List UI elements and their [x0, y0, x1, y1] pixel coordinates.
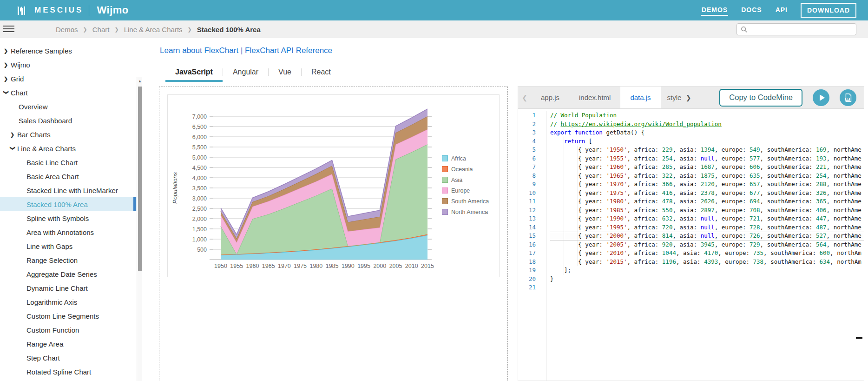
legend-swatch [442, 177, 448, 183]
sidebar-item-basic-line-chart[interactable]: Basic Line Chart [0, 155, 142, 169]
sidebar-item-chart[interactable]: ❯Chart [0, 86, 142, 100]
code-line-3: export function getData() { [550, 128, 864, 137]
sidebar-item-reference-samples[interactable]: ❯Reference Samples [0, 44, 142, 58]
top-nav-api[interactable]: API [775, 5, 788, 16]
flexchart-api-reference-link[interactable]: FlexChart API Reference [245, 46, 332, 55]
sidebar-item-stacked-line-with-linemarker[interactable]: Stacked Line with LineMarker [0, 183, 142, 197]
search-icon [741, 26, 748, 33]
hamburger-menu-icon[interactable] [3, 26, 14, 33]
code-line-8: { year: '1965', africa: 322, asia: 1875,… [550, 172, 864, 180]
sidebar-item-stacked-100-area[interactable]: Stacked 100% Area [0, 197, 142, 211]
search-box[interactable] [736, 23, 856, 35]
brand-name: MESCIUS [34, 6, 83, 15]
code-line-19: ]; [550, 266, 864, 275]
site-header: MESCIUS Wijmo DEMOSDOCSAPIDOWNLOAD [0, 0, 868, 20]
run-button[interactable] [813, 89, 829, 106]
play-icon [820, 94, 825, 101]
sidebar-scrollbar-thumb[interactable] [138, 87, 142, 271]
sidebar-item-step-chart[interactable]: Step Chart [0, 351, 142, 365]
sidebar-item-rotated-spline-chart[interactable]: Rotated Spline Chart [0, 365, 142, 379]
chevron-down-icon[interactable]: ❯ [10, 146, 16, 151]
code-line-15: { year: '2000', africa: 814, asia: null,… [550, 232, 864, 241]
code-editor[interactable]: 123456789101112131415161718192021 // Wor… [518, 109, 864, 381]
top-nav-docs[interactable]: DOCS [741, 5, 762, 16]
svg-text:1975: 1975 [294, 263, 307, 269]
tab-react[interactable]: React [302, 64, 341, 82]
sidebar-item-spline-with-symbols[interactable]: Spline with Symbols [0, 211, 142, 225]
top-nav-demos[interactable]: DEMOS [701, 5, 728, 16]
breadcrumb-demos[interactable]: Demos [56, 26, 78, 33]
sidebar-item-bar-charts[interactable]: ❯Bar Charts [0, 127, 142, 141]
sidebar-item-logarithmic-axis[interactable]: Logarithmic Axis [0, 295, 142, 309]
sidebar-item-basic-area-chart[interactable]: Basic Area Chart [0, 169, 142, 183]
breadcrumb-chevron-icon: ❯ [188, 27, 192, 33]
line-number: 4 [518, 137, 546, 146]
sidebar-item-custom-function[interactable]: Custom Function [0, 323, 142, 337]
code-tab-index-html[interactable]: index.html [569, 87, 620, 108]
code-line-4: return [ [550, 137, 864, 146]
code-tab-style[interactable]: style [661, 87, 682, 108]
svg-text:3,000: 3,000 [192, 195, 207, 202]
legend-item-south-america: South America [442, 198, 489, 204]
sidebar-item-custom-line-segments[interactable]: Custom Line Segments [0, 309, 142, 323]
svg-text:1990: 1990 [342, 263, 355, 269]
svg-text:7,000: 7,000 [192, 114, 207, 120]
tab-vue[interactable]: Vue [269, 64, 301, 82]
sidebar-item-range-area[interactable]: Range Area [0, 337, 142, 351]
svg-text:4,500: 4,500 [192, 165, 207, 171]
copy-to-codemine-button[interactable]: Copy to CodeMine [719, 89, 802, 107]
chevron-right-icon[interactable]: ❯ [4, 48, 11, 54]
svg-text:2,000: 2,000 [192, 216, 207, 222]
sidebar-item-line-area-charts[interactable]: ❯Line & Area Charts [0, 141, 142, 155]
line-number-gutter: 123456789101112131415161718192021 [518, 111, 546, 381]
tabs-scroll-right-icon[interactable]: ❯ [682, 87, 695, 108]
code-line-13: { year: '1990', africa: 632, asia: null,… [550, 214, 864, 223]
sidebar-item-line-with-gaps[interactable]: Line with Gaps [0, 239, 142, 253]
code-line-20: } [550, 275, 864, 284]
svg-text:500: 500 [197, 247, 207, 253]
sidebar-item-sales-dashboard[interactable]: Sales Dashboard [0, 114, 142, 127]
chevron-down-icon[interactable]: ❯ [3, 90, 9, 95]
breadcrumb-line-area-charts[interactable]: Line & Area Charts [124, 26, 183, 33]
sidebar-item-label: Dynamic Line Chart [26, 284, 88, 292]
chevron-right-icon[interactable]: ❯ [4, 62, 11, 68]
selected-accent-bar [133, 197, 136, 211]
learn-about-flexchart-link[interactable]: Learn about FlexChart [160, 46, 238, 55]
tab-angular[interactable]: Angular [223, 64, 268, 82]
scroll-up-arrow-icon[interactable]: ▲ [138, 79, 142, 83]
chevron-right-icon[interactable]: ❯ [4, 76, 11, 82]
sidebar-item-wijmo[interactable]: ❯Wijmo [0, 58, 142, 72]
line-number: 3 [518, 128, 546, 137]
sidebar-item-range-selection[interactable]: Range Selection [0, 253, 142, 267]
sidebar-scrollbar[interactable]: ▲ [137, 77, 142, 381]
logo[interactable]: MESCIUS Wijmo [17, 4, 129, 16]
code-line-12: { year: '1985', africa: 550, asia: 2897,… [550, 206, 864, 215]
code-tab-app-js[interactable]: app.js [531, 87, 569, 108]
search-input[interactable] [750, 26, 856, 33]
sidebar-item-area-with-annotations[interactable]: Area with Annotations [0, 225, 142, 239]
tabs-scroll-left-icon[interactable]: ❮ [518, 87, 531, 108]
sidebar-item-dynamic-line-chart[interactable]: Dynamic Line Chart [0, 281, 142, 295]
chevron-right-icon[interactable]: ❯ [10, 132, 17, 138]
code-actions: Copy to CodeMine ZIP [719, 87, 864, 108]
sidebar-item-grid[interactable]: ❯Grid [0, 72, 142, 86]
breadcrumb-chart[interactable]: Chart [92, 26, 110, 33]
code-tab-data-js[interactable]: data.js [620, 87, 660, 108]
line-number: 18 [518, 258, 546, 267]
sidebar-item-label: Line & Area Charts [17, 145, 76, 153]
sidebar-item-label: Reference Samples [11, 47, 72, 55]
download-button[interactable]: DOWNLOAD [801, 3, 856, 18]
sidebar-item-label: Stacked Line with LineMarker [26, 187, 118, 194]
legend-label: Africa [451, 155, 466, 162]
code-line-16: { year: '2005', africa: 920, asia: 3945,… [550, 241, 864, 249]
legend-swatch [442, 166, 448, 172]
line-number: 8 [518, 172, 546, 180]
tab-javascript[interactable]: JavaScript [165, 64, 223, 82]
sidebar-item-aggregate-date-series[interactable]: Aggregate Date Series [0, 267, 142, 281]
legend-label: Asia [451, 177, 462, 183]
download-zip-button[interactable]: ZIP [840, 89, 856, 106]
sidebar-item-label: Bar Charts [17, 131, 51, 139]
sidebar-item-label: Custom Line Segments [26, 312, 99, 320]
sidebar-item-overview[interactable]: Overview [0, 100, 142, 114]
sidebar-item-label: Basic Line Chart [26, 159, 78, 167]
